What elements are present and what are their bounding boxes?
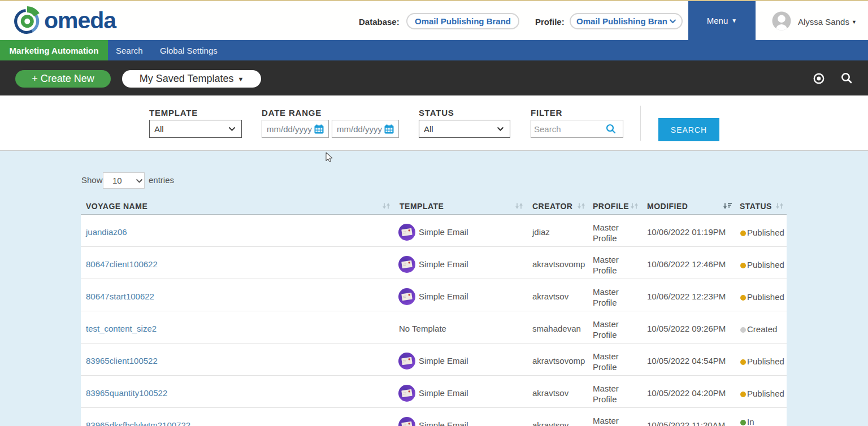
svg-text:omeda: omeda (44, 7, 117, 33)
